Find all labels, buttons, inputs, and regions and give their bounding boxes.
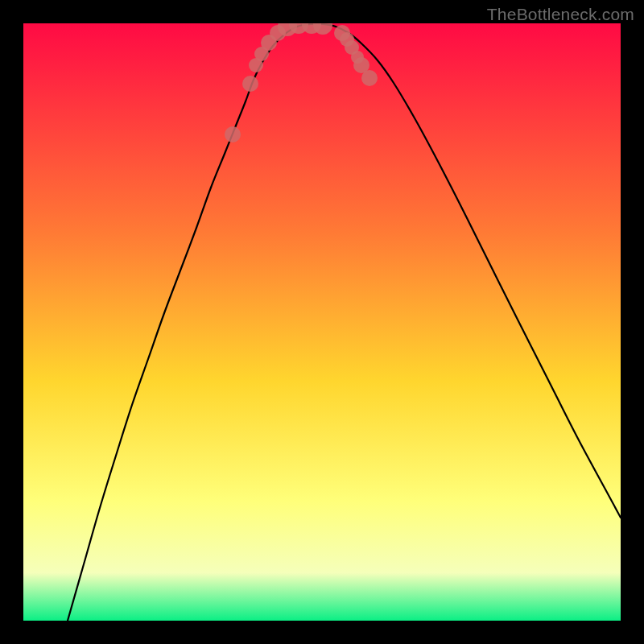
data-marker — [225, 126, 241, 142]
data-marker — [361, 70, 378, 86]
plot-area — [23, 23, 621, 621]
watermark-text: TheBottleneck.com — [487, 5, 634, 24]
bottleneck-chart — [23, 23, 621, 621]
data-marker — [242, 76, 258, 92]
chart-frame: TheBottleneck.com — [0, 0, 644, 644]
gradient-background — [23, 23, 621, 621]
